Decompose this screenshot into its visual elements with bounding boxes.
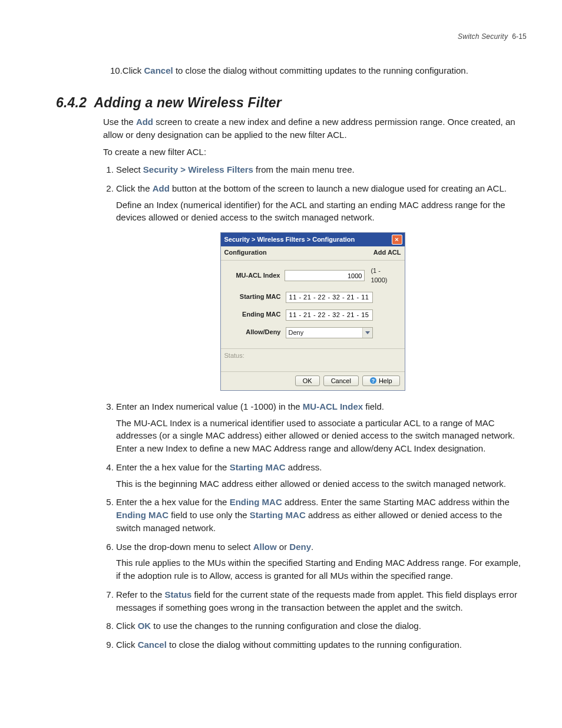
steps-list: Select Security > Wireless Filters from … — [103, 163, 527, 651]
running-header: Switch Security 6-15 — [56, 32, 527, 41]
ok-button[interactable]: OK — [295, 375, 320, 386]
step-4: Enter the a hex value for the Starting M… — [116, 461, 527, 490]
step-8: Click OK to use the changes to the runni… — [116, 620, 527, 633]
ui-term: Add — [153, 183, 170, 193]
intro-lead: To create a new filter ACL: — [103, 146, 527, 159]
add-label: Add — [136, 117, 153, 127]
section-title: Adding a new Wireless Filter — [94, 95, 282, 110]
mu-acl-index-label: MU-ACL Index — [227, 271, 285, 281]
starting-mac-label: Starting MAC — [227, 292, 286, 302]
close-icon[interactable]: × — [392, 235, 402, 245]
chevron-down-icon[interactable] — [362, 328, 372, 338]
cancel-button[interactable]: Cancel — [323, 375, 359, 386]
step-3: Enter an Index numerical value (1 -1000)… — [116, 400, 527, 455]
running-header-page: 6-15 — [512, 32, 527, 41]
help-button[interactable]: ? Help — [362, 375, 400, 386]
subheader-right: Add ACL — [373, 248, 401, 258]
allow-deny-value: Deny — [286, 328, 362, 338]
prior-num: 10. — [110, 65, 123, 75]
step-subpara: The MU-ACL Index is a numerical identifi… — [116, 417, 527, 455]
allow-deny-select[interactable]: Deny — [286, 327, 373, 338]
step-subpara: This rule applies to the MUs within the … — [116, 556, 527, 582]
help-icon: ? — [370, 377, 376, 384]
ui-term: Ending MAC — [230, 497, 282, 507]
prior-pre: Click — [123, 65, 144, 75]
prior-step-10: 10.Click Cancel to close the dialog with… — [110, 64, 527, 77]
ui-term: OK — [138, 621, 151, 631]
index-range-hint: (1 - 1000) — [365, 266, 398, 285]
step-6: Use the drop-down menu to select Allow o… — [116, 541, 527, 582]
dialog-title-text: Security > Wireless Filters > Configurat… — [224, 235, 355, 245]
dialog-titlebar: Security > Wireless Filters > Configurat… — [221, 233, 405, 246]
step-1: Select Security > Wireless Filters from … — [116, 163, 527, 176]
allow-deny-label: Allow/Deny — [227, 328, 286, 337]
prior-post: to close the dialog without committing u… — [173, 65, 468, 75]
ui-term: Security > Wireless Filters — [143, 164, 253, 174]
intro-paragraph: Use the Add screen to create a new index… — [103, 116, 527, 141]
running-header-title: Switch Security — [458, 32, 508, 41]
step-9: Click Cancel to close the dialog without… — [116, 638, 527, 651]
ui-term: MU-ACL Index — [303, 401, 363, 411]
ui-term: Allow — [253, 542, 277, 552]
ui-term: Ending MAC — [116, 510, 168, 520]
ending-mac-input[interactable] — [286, 309, 373, 321]
section-num: 6.4.2 — [56, 95, 87, 110]
dialog-buttons: OK Cancel ? Help — [221, 371, 405, 390]
dialog-screenshot: Security > Wireless Filters > Configurat… — [98, 232, 527, 391]
mu-acl-index-input[interactable] — [285, 270, 365, 281]
status-label: Status: — [224, 352, 244, 359]
ui-term: Cancel — [138, 640, 167, 650]
ui-term: Starting MAC — [250, 510, 306, 520]
step-subpara: This is the beginning MAC address either… — [116, 477, 527, 490]
step-subpara: Define an Index (numerical identifier) f… — [116, 199, 527, 225]
ending-mac-label: Ending MAC — [227, 310, 286, 319]
ui-term: Starting MAC — [230, 462, 286, 472]
help-label: Help — [379, 377, 392, 384]
section-heading: 6.4.2 Adding a new Wireless Filter — [56, 95, 527, 111]
status-field: Status: — [221, 348, 405, 371]
step-2: Click the Add button at the bottom of th… — [116, 182, 527, 391]
starting-mac-input[interactable] — [286, 292, 373, 303]
add-acl-dialog: Security > Wireless Filters > Configurat… — [220, 232, 405, 391]
dialog-subheader: Configuration Add ACL — [221, 246, 405, 261]
ui-term: Status — [165, 589, 192, 599]
step-7: Refer to the Status field for the curren… — [116, 588, 527, 614]
ui-term: Deny — [289, 542, 311, 552]
cancel-label: Cancel — [144, 65, 173, 75]
subheader-left: Configuration — [224, 248, 267, 258]
step-5: Enter the a hex value for the Ending MAC… — [116, 496, 527, 534]
